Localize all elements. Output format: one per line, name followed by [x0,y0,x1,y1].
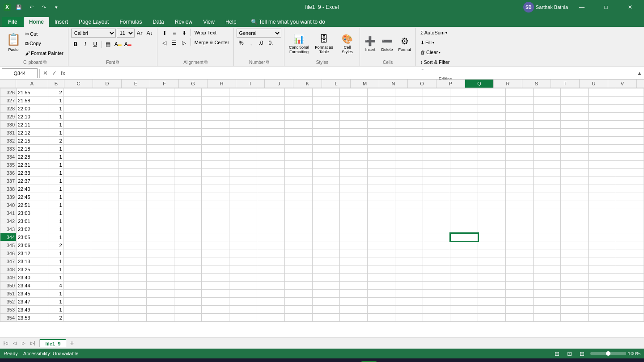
clear-button[interactable]: 🗑 Clear ▾ [419,48,445,56]
cell[interactable] [284,201,312,209]
cell[interactable] [533,105,561,113]
row-number[interactable]: 350 [0,282,17,290]
row-number[interactable]: 329 [0,113,17,121]
cell[interactable] [64,233,91,241]
cell[interactable] [616,97,644,105]
cell[interactable] [616,233,644,241]
grid-body[interactable]: 32621:55232721:58132822:00132922:1013302… [0,88,644,337]
cell[interactable] [450,265,478,274]
cell[interactable] [64,121,91,129]
cell[interactable] [368,121,395,129]
cell[interactable] [64,241,91,249]
cell[interactable] [561,177,589,185]
cell[interactable] [229,201,257,209]
cell[interactable] [533,185,561,193]
cell[interactable] [478,257,506,265]
cell[interactable] [64,225,91,233]
cell[interactable]: 1 [48,225,64,233]
cell[interactable] [505,113,533,121]
cell[interactable] [395,193,423,201]
cell[interactable] [64,185,91,193]
cell[interactable] [146,185,174,193]
cell[interactable] [505,137,533,145]
cell[interactable] [257,217,284,225]
copy-button[interactable]: ⧉ Copy [23,39,65,47]
cell[interactable] [174,249,202,257]
cell[interactable] [229,265,257,274]
cell[interactable] [561,306,589,314]
cell[interactable]: 1 [48,105,64,113]
cell[interactable]: 23:53 [17,314,48,322]
tab-data[interactable]: Data [147,17,169,27]
cell[interactable] [257,185,284,193]
cell[interactable]: 1 [48,193,64,201]
cell[interactable] [174,209,202,217]
cell[interactable]: 23:44 [17,282,48,290]
border-button[interactable]: ▤ [104,40,113,49]
clipboard-expand-icon[interactable]: ⧉ [43,59,47,65]
cell[interactable] [561,241,589,249]
cell[interactable]: 23:01 [17,217,48,225]
cell[interactable] [450,274,478,282]
cell[interactable] [533,290,561,298]
cell[interactable] [229,274,257,282]
cell[interactable] [257,97,284,105]
cell[interactable] [257,306,284,314]
cell[interactable] [533,161,561,169]
cell[interactable] [257,225,284,233]
cell[interactable] [174,177,202,185]
cell[interactable] [119,217,147,225]
cell[interactable] [395,177,423,185]
cell[interactable] [64,153,91,161]
cell[interactable] [284,113,312,121]
cell[interactable] [395,257,423,265]
cell[interactable] [505,201,533,209]
cell[interactable] [423,177,450,185]
cell[interactable] [368,145,395,153]
cell[interactable] [395,161,423,169]
cell[interactable] [368,249,395,257]
cell[interactable] [505,169,533,177]
cell[interactable] [312,265,340,274]
row-number[interactable]: 331 [0,129,17,137]
cell[interactable] [174,137,202,145]
cell[interactable] [312,233,340,241]
cell[interactable] [229,185,257,193]
cell[interactable] [257,298,284,306]
cell[interactable] [257,153,284,161]
cell[interactable] [202,193,229,201]
tab-view[interactable]: View [198,17,220,27]
cell[interactable] [64,201,91,209]
cell[interactable]: 1 [48,274,64,282]
cell[interactable] [423,169,450,177]
cell[interactable] [202,225,229,233]
cell[interactable] [395,113,423,121]
cell[interactable] [340,249,368,257]
cell[interactable] [64,161,91,169]
cell[interactable]: 22:28 [17,153,48,161]
cell[interactable] [340,306,368,314]
cell[interactable] [589,137,616,145]
cell[interactable] [505,97,533,105]
col-header-Q[interactable]: Q [465,80,494,88]
cell[interactable]: 1 [48,121,64,129]
cell-styles-button[interactable]: 🎨 Cell Styles [337,31,357,56]
cell[interactable] [312,153,340,161]
col-header-V[interactable]: V [608,80,637,88]
cell[interactable] [91,193,119,201]
cell[interactable] [395,105,423,113]
cell[interactable] [146,145,174,153]
cell[interactable]: 1 [48,145,64,153]
cell[interactable] [395,145,423,153]
cell[interactable] [174,298,202,306]
cell[interactable] [174,265,202,274]
cell[interactable] [146,298,174,306]
cell[interactable] [450,193,478,201]
cell[interactable] [450,298,478,306]
cell[interactable] [589,217,616,225]
cell[interactable] [478,129,506,137]
cell[interactable] [423,105,450,113]
cell[interactable] [174,113,202,121]
cell[interactable] [340,193,368,201]
cell[interactable] [395,121,423,129]
